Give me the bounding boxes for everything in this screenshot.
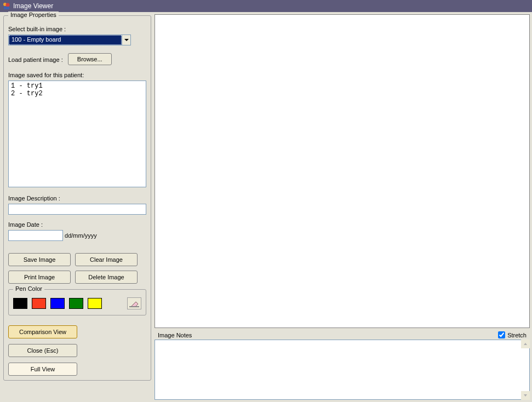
image-description-label: Image Description : bbox=[8, 195, 146, 202]
pen-color-group: Pen Color bbox=[8, 289, 146, 315]
right-panel: Image Notes Stretch bbox=[155, 12, 532, 402]
list-item[interactable]: 1 - try1 bbox=[11, 82, 144, 90]
list-item[interactable]: 2 - try2 bbox=[11, 90, 144, 97]
titlebar: Image Viewer bbox=[0, 0, 532, 12]
image-date-input[interactable] bbox=[8, 230, 63, 241]
chevron-down-icon[interactable] bbox=[122, 35, 130, 45]
image-notes-label: Image Notes bbox=[158, 332, 192, 338]
notes-scrollbar[interactable] bbox=[521, 340, 530, 400]
color-swatch[interactable] bbox=[32, 298, 46, 309]
scroll-down-icon[interactable] bbox=[521, 391, 530, 400]
close-button[interactable]: Close (Esc) bbox=[8, 344, 77, 357]
stretch-checkbox-wrap[interactable]: Stretch bbox=[498, 331, 527, 338]
pen-color-title: Pen Color bbox=[13, 285, 44, 292]
color-swatch[interactable] bbox=[13, 298, 27, 309]
color-swatch[interactable] bbox=[50, 298, 65, 309]
app-icon bbox=[2, 2, 11, 10]
eraser-icon[interactable] bbox=[127, 297, 141, 309]
svg-marker-3 bbox=[124, 39, 129, 41]
full-view-button[interactable]: Full View bbox=[8, 363, 77, 376]
browse-button[interactable]: Browse... bbox=[68, 53, 112, 65]
image-canvas[interactable] bbox=[155, 14, 530, 328]
scroll-up-icon[interactable] bbox=[521, 340, 530, 348]
load-patient-label: Load patient image : bbox=[8, 56, 63, 63]
svg-rect-5 bbox=[129, 306, 139, 307]
color-swatch[interactable] bbox=[88, 298, 102, 309]
image-properties-group: Image Properties Select built-in image :… bbox=[3, 15, 151, 381]
clear-image-button[interactable]: Clear Image bbox=[75, 253, 138, 266]
stretch-label: Stretch bbox=[507, 332, 527, 338]
image-description-input[interactable] bbox=[8, 204, 146, 215]
print-image-button[interactable]: Print Image bbox=[8, 271, 71, 284]
image-notes-textarea[interactable] bbox=[155, 340, 530, 400]
saved-images-label: Image saved for this patient: bbox=[8, 72, 146, 78]
window-title: Image Viewer bbox=[13, 2, 53, 10]
date-format-hint: dd/mm/yyyy bbox=[65, 232, 97, 239]
svg-rect-2 bbox=[4, 7, 9, 9]
delete-image-button[interactable]: Delete Image bbox=[75, 271, 138, 284]
builtin-image-select[interactable]: 100 - Empty board bbox=[8, 35, 131, 45]
svg-marker-6 bbox=[524, 343, 527, 345]
stretch-checkbox[interactable] bbox=[498, 331, 505, 338]
select-builtin-label: Select built-in image : bbox=[8, 26, 146, 32]
image-properties-title: Image Properties bbox=[8, 12, 59, 18]
image-date-label: Image Date : bbox=[8, 221, 146, 228]
builtin-image-value: 100 - Empty board bbox=[9, 35, 122, 45]
saved-images-list[interactable]: 1 - try12 - try2 bbox=[8, 81, 146, 187]
left-panel: Image Properties Select built-in image :… bbox=[0, 12, 155, 402]
comparison-view-button[interactable]: Comparison View bbox=[8, 325, 77, 338]
save-image-button[interactable]: Save Image bbox=[8, 253, 71, 266]
svg-marker-7 bbox=[524, 394, 527, 397]
svg-point-1 bbox=[6, 3, 10, 7]
color-swatch[interactable] bbox=[69, 298, 83, 309]
